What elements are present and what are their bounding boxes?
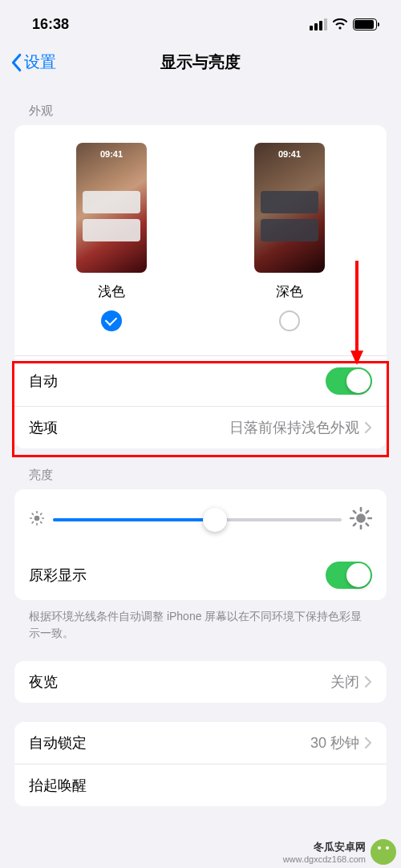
- light-label: 浅色: [98, 282, 125, 301]
- status-bar: 16:38: [0, 0, 401, 40]
- auto-lock-label: 自动锁定: [29, 733, 87, 752]
- nav-bar: 设置 显示与亮度: [0, 40, 401, 84]
- raise-to-wake-label: 抬起唤醒: [29, 776, 87, 795]
- auto-row: 自动: [14, 355, 387, 406]
- options-label: 选项: [29, 418, 58, 437]
- status-indicators: [310, 18, 377, 30]
- night-shift-value: 关闭: [330, 672, 359, 692]
- svg-line-17: [367, 511, 368, 513]
- light-preview-icon: 09:41: [76, 143, 147, 273]
- svg-point-0: [34, 516, 40, 521]
- light-radio[interactable]: [101, 310, 122, 331]
- watermark-title: 冬瓜安卓网: [314, 840, 366, 854]
- cellular-signal-icon: [310, 18, 327, 30]
- svg-line-16: [354, 524, 355, 525]
- svg-line-14: [354, 511, 355, 513]
- appearance-option-light[interactable]: 09:41 浅色: [76, 143, 147, 331]
- chevron-right-icon: [364, 421, 372, 434]
- true-tone-label: 原彩显示: [29, 566, 87, 585]
- auto-lock-value: 30 秒钟: [310, 733, 359, 752]
- dark-preview-icon: 09:41: [254, 143, 325, 273]
- page-title: 显示与亮度: [160, 51, 241, 73]
- appearance-picker: 09:41 浅色 09:41 深色: [14, 125, 387, 355]
- sun-large-icon: [350, 507, 372, 533]
- watermark-url: www.dgxcdz168.com: [283, 854, 366, 864]
- battery-icon: [353, 18, 377, 30]
- section-header-appearance: 外观: [0, 84, 401, 125]
- night-shift-row[interactable]: 夜览 关闭: [14, 661, 387, 703]
- svg-line-7: [32, 522, 33, 523]
- appearance-card: 09:41 浅色 09:41 深色 自动 选项 日落前保持浅色外观: [14, 125, 387, 448]
- svg-line-5: [32, 513, 33, 514]
- true-tone-footnote: 根据环境光线条件自动调整 iPhone 屏幕以在不同环境下保持色彩显示一致。: [0, 600, 401, 642]
- svg-point-9: [356, 513, 366, 523]
- brightness-slider-row: [14, 489, 387, 550]
- brightness-card: 原彩显示: [14, 489, 387, 600]
- wifi-icon: [332, 18, 348, 30]
- lock-card: 自动锁定 30 秒钟 抬起唤醒: [14, 722, 387, 806]
- true-tone-toggle[interactable]: [326, 562, 372, 589]
- appearance-option-dark[interactable]: 09:41 深色: [254, 143, 325, 331]
- watermark-logo-icon: [371, 839, 396, 865]
- chevron-right-icon: [364, 736, 372, 749]
- dark-radio[interactable]: [279, 310, 300, 331]
- auto-toggle[interactable]: [326, 367, 372, 395]
- svg-line-8: [41, 513, 42, 514]
- dark-label: 深色: [276, 282, 303, 301]
- night-shift-card: 夜览 关闭: [14, 661, 387, 703]
- section-header-brightness: 亮度: [0, 448, 401, 489]
- svg-line-15: [367, 524, 368, 525]
- sun-small-icon: [29, 510, 45, 529]
- auto-lock-row[interactable]: 自动锁定 30 秒钟: [14, 722, 387, 764]
- true-tone-row: 原彩显示: [14, 550, 387, 600]
- svg-line-6: [41, 522, 42, 523]
- slider-knob[interactable]: [203, 508, 227, 532]
- raise-to-wake-row: 抬起唤醒: [14, 764, 387, 806]
- brightness-slider[interactable]: [53, 518, 342, 521]
- chevron-right-icon: [364, 675, 372, 688]
- back-button[interactable]: 设置: [10, 51, 56, 73]
- status-time: 16:38: [32, 16, 69, 33]
- options-row[interactable]: 选项 日落前保持浅色外观: [14, 406, 387, 448]
- auto-label: 自动: [29, 371, 58, 391]
- options-value: 日落前保持浅色外观: [229, 418, 359, 437]
- back-label: 设置: [24, 51, 56, 73]
- night-shift-label: 夜览: [29, 672, 58, 692]
- watermark: 冬瓜安卓网 www.dgxcdz168.com: [278, 836, 401, 868]
